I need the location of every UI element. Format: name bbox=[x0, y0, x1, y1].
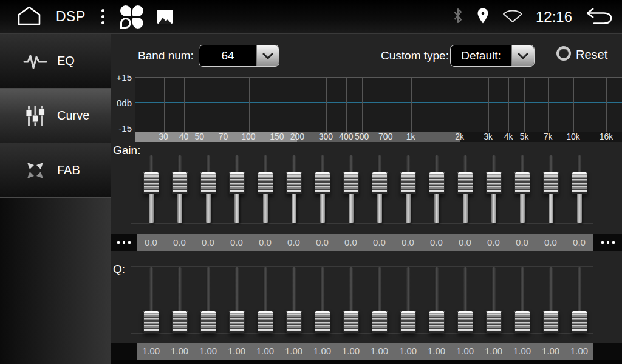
slider-thumb[interactable] bbox=[315, 172, 330, 194]
band-num-dropdown[interactable]: 64 bbox=[199, 45, 279, 67]
slider-thumb[interactable] bbox=[543, 311, 559, 333]
bluetooth-icon bbox=[452, 7, 464, 27]
slider-thumb[interactable] bbox=[543, 172, 559, 194]
band-slider[interactable] bbox=[137, 153, 165, 229]
slider-thumb[interactable] bbox=[429, 311, 445, 333]
band-slider[interactable] bbox=[365, 266, 394, 336]
slider-thumb[interactable] bbox=[514, 311, 530, 333]
band-slider[interactable] bbox=[565, 266, 593, 336]
reset-radio[interactable] bbox=[556, 46, 571, 61]
band-slider[interactable] bbox=[279, 266, 308, 336]
band-slider[interactable] bbox=[165, 266, 194, 336]
slider-track-lower bbox=[406, 194, 411, 223]
slider-thumb[interactable] bbox=[572, 311, 587, 333]
slider-thumb[interactable] bbox=[343, 172, 359, 194]
freq-tick: 70 bbox=[219, 132, 228, 142]
band-slider[interactable] bbox=[222, 266, 251, 336]
slider-thumb[interactable] bbox=[172, 172, 188, 194]
y-tick: -15 bbox=[111, 123, 132, 133]
gain-value: 0.0 bbox=[394, 234, 422, 251]
band-slider[interactable] bbox=[479, 153, 508, 229]
band-slider[interactable] bbox=[251, 153, 279, 229]
band-slider[interactable] bbox=[222, 153, 251, 229]
band-slider[interactable] bbox=[308, 266, 337, 336]
slider-thumb[interactable] bbox=[229, 311, 245, 333]
band-slider[interactable] bbox=[451, 266, 479, 336]
band-slider[interactable] bbox=[536, 266, 565, 336]
slider-thumb[interactable] bbox=[486, 172, 502, 194]
slider-thumb[interactable] bbox=[200, 311, 216, 333]
slider-thumb[interactable] bbox=[400, 172, 416, 194]
band-slider[interactable] bbox=[308, 153, 337, 229]
slider-thumb[interactable] bbox=[200, 172, 216, 194]
slider-thumb[interactable] bbox=[514, 172, 530, 194]
back-icon[interactable] bbox=[584, 6, 613, 27]
slider-thumb[interactable] bbox=[143, 311, 159, 333]
band-slider[interactable] bbox=[394, 153, 422, 229]
band-slider[interactable] bbox=[365, 153, 394, 229]
band-slider[interactable] bbox=[194, 153, 222, 229]
slider-thumb[interactable] bbox=[286, 172, 302, 194]
slider-thumb[interactable] bbox=[286, 311, 302, 333]
slider-thumb[interactable] bbox=[486, 311, 502, 333]
more-bands-right-button[interactable] bbox=[593, 343, 622, 360]
grid-line bbox=[326, 78, 327, 132]
slider-thumb[interactable] bbox=[372, 311, 388, 333]
slider-thumb[interactable] bbox=[315, 311, 330, 333]
band-slider[interactable] bbox=[394, 266, 422, 336]
slider-track-upper bbox=[320, 155, 324, 174]
clover-apps-icon[interactable] bbox=[120, 5, 143, 29]
menu-dots-icon[interactable] bbox=[99, 7, 107, 27]
band-slider[interactable] bbox=[451, 153, 479, 229]
sidebar-item-eq[interactable]: EQ bbox=[0, 34, 111, 89]
slider-track-upper bbox=[577, 267, 581, 311]
q-value: 1.00 bbox=[279, 343, 308, 360]
slider-track-lower bbox=[234, 194, 239, 223]
chevron-down-icon[interactable] bbox=[511, 46, 534, 66]
slider-thumb[interactable] bbox=[258, 172, 273, 194]
band-slider[interactable] bbox=[251, 266, 279, 336]
sidebar-item-fab[interactable]: FAB bbox=[0, 143, 111, 198]
band-slider[interactable] bbox=[279, 153, 308, 229]
band-slider[interactable] bbox=[137, 266, 165, 336]
slider-thumb[interactable] bbox=[400, 311, 416, 333]
slider-thumb[interactable] bbox=[372, 172, 388, 194]
more-bands-right-button[interactable] bbox=[593, 234, 622, 251]
band-slider[interactable] bbox=[165, 153, 194, 229]
slider-thumb[interactable] bbox=[572, 172, 587, 194]
slider-thumb[interactable] bbox=[457, 311, 473, 333]
slider-thumb[interactable] bbox=[229, 172, 245, 194]
slider-thumb[interactable] bbox=[172, 311, 188, 333]
y-tick: +15 bbox=[111, 72, 132, 83]
slider-track-upper bbox=[263, 267, 267, 311]
q-value: 1.00 bbox=[479, 343, 508, 360]
band-slider[interactable] bbox=[565, 153, 593, 229]
band-slider[interactable] bbox=[337, 266, 365, 336]
band-slider[interactable] bbox=[536, 153, 565, 229]
gain-value: 0.0 bbox=[308, 234, 337, 251]
image-icon[interactable] bbox=[157, 10, 173, 24]
slider-track-lower bbox=[263, 194, 268, 223]
band-slider[interactable] bbox=[508, 266, 536, 336]
more-bands-left-button[interactable] bbox=[111, 234, 137, 251]
more-bands-left-button[interactable] bbox=[111, 343, 137, 360]
slider-thumb[interactable] bbox=[258, 311, 273, 333]
band-slider[interactable] bbox=[508, 153, 536, 229]
band-slider[interactable] bbox=[337, 153, 365, 229]
custom-type-dropdown[interactable]: Default: bbox=[450, 45, 535, 67]
band-slider[interactable] bbox=[422, 153, 451, 229]
band-slider[interactable] bbox=[422, 266, 451, 336]
q-values: 1.001.001.001.001.001.001.001.001.001.00… bbox=[137, 343, 593, 360]
slider-thumb[interactable] bbox=[429, 172, 445, 194]
slider-track-upper bbox=[520, 155, 524, 174]
band-slider[interactable] bbox=[194, 266, 222, 336]
home-icon[interactable] bbox=[16, 5, 43, 29]
chevron-down-icon[interactable] bbox=[256, 46, 279, 66]
band-slider[interactable] bbox=[479, 266, 508, 336]
slider-thumb[interactable] bbox=[343, 311, 359, 333]
slider-track-upper bbox=[491, 267, 496, 311]
sidebar-item-curve[interactable]: Curve bbox=[0, 89, 111, 143]
slider-thumb[interactable] bbox=[143, 172, 159, 194]
slider-thumb[interactable] bbox=[457, 172, 473, 194]
grid-line bbox=[346, 78, 347, 132]
